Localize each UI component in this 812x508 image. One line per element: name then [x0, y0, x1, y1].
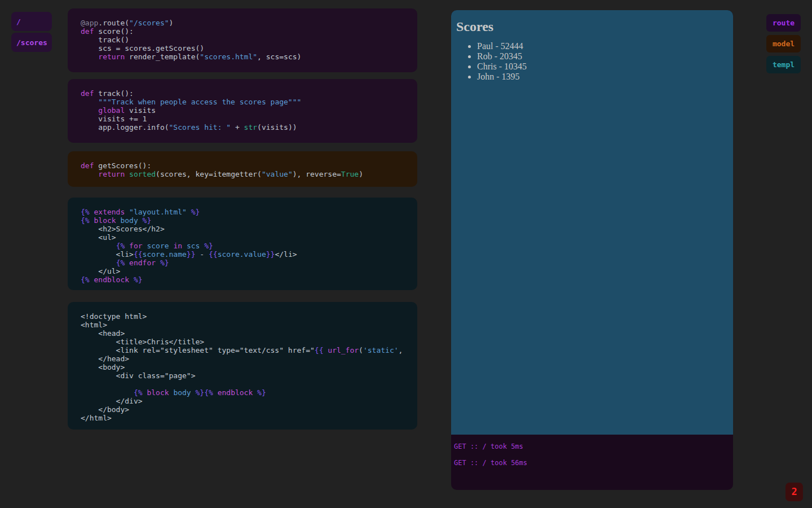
- code-token: ,: [399, 346, 403, 354]
- code-token: <html>: [81, 321, 107, 329]
- code-token: getScores():: [94, 161, 151, 170]
- code-token: score.name: [143, 250, 187, 259]
- code-line: <!doctype html>: [81, 312, 417, 321]
- code-token: <!doctype html>: [81, 312, 147, 321]
- code-token: visits: [125, 106, 156, 115]
- code-token: .route(: [98, 19, 129, 27]
- code-line: {% endfor %}: [81, 259, 417, 267]
- code-line: def track():: [81, 89, 417, 98]
- code-token: }}: [266, 250, 275, 259]
- code-token: (: [359, 346, 363, 354]
- code-token: score():: [94, 27, 133, 36]
- route-tab-root[interactable]: /: [11, 12, 52, 31]
- code-token: [125, 170, 129, 178]
- code-line: {% block body %}: [81, 216, 417, 225]
- code-token: "Scores hit: ": [169, 123, 231, 132]
- code-token: {%: [134, 388, 147, 397]
- code-token: </head>: [81, 354, 129, 363]
- route-tab-scores[interactable]: /scores: [11, 33, 52, 52]
- code-panel-model-getscores[interactable]: def getScores(): return sorted(scores, k…: [68, 151, 417, 187]
- code-token: """Track when people access the scores p…: [98, 98, 301, 106]
- file-button-group: route model templ: [766, 14, 801, 77]
- code-token: True: [341, 170, 359, 178]
- score-list-item: Paul - 52444: [477, 41, 722, 51]
- notification-badge[interactable]: 2: [785, 483, 803, 501]
- code-token: ): [169, 19, 174, 27]
- code-token: "value": [262, 170, 293, 178]
- code-token: </ul>: [81, 267, 120, 275]
- code-line: {% for score in scs %}: [81, 242, 417, 250]
- code-token: <head>: [81, 329, 125, 338]
- code-token: {%: [81, 216, 94, 225]
- code-token: <li>: [81, 250, 134, 259]
- code-token: ), reverse=: [293, 170, 341, 178]
- code-line: [81, 380, 417, 388]
- code-panel-route-scores-handler[interactable]: @app.route("/scores")def score(): track(…: [68, 8, 417, 72]
- code-line: def score():: [81, 27, 417, 36]
- code-token: endfor: [129, 259, 156, 267]
- file-button-templ[interactable]: templ: [766, 56, 801, 73]
- code-token: <body>: [81, 363, 125, 371]
- code-token: {%: [81, 208, 94, 216]
- code-token: ): [359, 170, 363, 178]
- code-token: block: [147, 388, 169, 397]
- log-line: GET :: / took 5ms: [454, 443, 729, 450]
- code-token: %}: [156, 259, 169, 267]
- score-list-item: Chris - 10345: [477, 62, 722, 72]
- code-line: @app.route("/scores"): [81, 19, 417, 27]
- code-line: track(): [81, 36, 417, 44]
- code-panel-route-track-function[interactable]: def track(): """Track when people access…: [68, 79, 417, 143]
- code-line: <div class="page">: [81, 371, 417, 380]
- code-line: global visits: [81, 106, 417, 115]
- code-token: render_template(: [125, 52, 200, 61]
- code-token: [81, 259, 116, 267]
- code-token: %}: [253, 388, 266, 397]
- code-token: (scores, key=itemgetter(: [156, 170, 262, 178]
- code-token: return: [98, 170, 125, 178]
- code-panel-template-layout[interactable]: <!doctype html><html> <head> <title>Chri…: [68, 302, 417, 430]
- code-token: </div>: [81, 397, 143, 405]
- code-token: "scores.html": [200, 52, 257, 61]
- preview-title: Scores: [456, 19, 722, 34]
- score-list-item: John - 1395: [477, 72, 722, 82]
- file-button-route[interactable]: route: [766, 14, 801, 32]
- code-token: def: [81, 27, 94, 36]
- code-token: %}: [191, 388, 204, 397]
- code-token: </li>: [275, 250, 297, 259]
- code-token: -: [196, 250, 209, 259]
- code-token: "layout.html": [129, 208, 187, 216]
- code-panel-template-scores[interactable]: {% extends "layout.html" %}{% block body…: [68, 198, 417, 290]
- code-line: <li>{{score.name}} - {{score.value}}</li…: [81, 250, 417, 259]
- code-line: <h2>Scores</h2>: [81, 225, 417, 233]
- code-token: scs: [187, 242, 200, 250]
- code-token: global: [98, 106, 125, 115]
- code-token: %}: [200, 242, 213, 250]
- preview-window: Scores Paul - 52444Rob - 20345Chris - 10…: [451, 10, 733, 490]
- code-token: <h2>Scores</h2>: [81, 225, 165, 233]
- code-token: (visits)): [257, 123, 297, 132]
- code-token: url_for: [328, 346, 359, 354]
- code-token: [125, 208, 129, 216]
- preview-score-list: Paul - 52444Rob - 20345Chris - 10345John…: [456, 41, 722, 82]
- request-log: GET :: / took 5msGET :: / took 56ms: [451, 435, 733, 467]
- code-line: {% endblock %}: [81, 275, 417, 284]
- code-token: <link rel="stylesheet" type="text/css" h…: [81, 346, 315, 354]
- code-token: track(): [81, 36, 129, 44]
- code-token: str: [244, 123, 257, 132]
- code-token: endblock: [218, 388, 253, 397]
- code-token: [81, 106, 98, 115]
- code-token: }}: [187, 250, 196, 259]
- code-line: </div>: [81, 397, 417, 405]
- code-line: <title>Chris</title>: [81, 338, 417, 346]
- code-token: def: [81, 89, 94, 98]
- code-token: {{: [134, 250, 143, 259]
- code-token: track():: [94, 89, 133, 98]
- code-token: <title>Chris</title>: [81, 338, 204, 346]
- code-line: visits += 1: [81, 115, 417, 123]
- code-token: <div class="page">: [81, 371, 196, 380]
- file-button-model[interactable]: model: [766, 35, 801, 52]
- code-token: %}: [187, 208, 200, 216]
- code-token: visits += 1: [81, 115, 147, 123]
- code-token: in: [173, 242, 182, 250]
- code-line: return sorted(scores, key=itemgetter("va…: [81, 170, 417, 178]
